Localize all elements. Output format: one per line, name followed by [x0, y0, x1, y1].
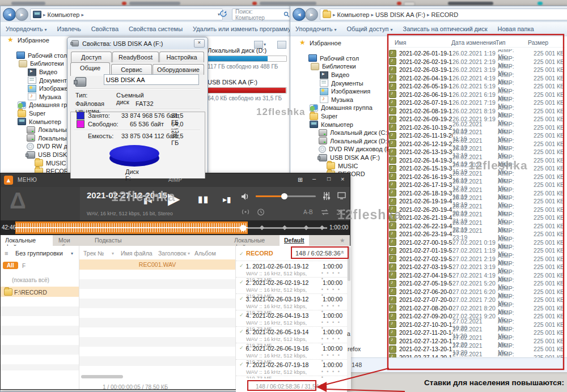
file-row[interactable]: 2021-02-26-03-19-1226.02.2021 3:19AIMP: …: [389, 66, 566, 74]
sidebar-item-1[interactable]: Рабочий стол: [2, 52, 67, 60]
tab-podcasts[interactable]: Подкасты: [90, 235, 124, 246]
drive-item-f[interactable]: USB DISK AA (F:) 64,0 КБ свободно из 31,…: [208, 79, 288, 101]
sidebar-item-11[interactable]: Локальный диск (D:): [294, 137, 389, 146]
next-track-icon[interactable]: ▸▮: [223, 195, 231, 204]
sidebar-item-2[interactable]: Библиотеки: [294, 62, 389, 71]
playlist-entry[interactable]: ✓8. 2021-02-26-08-19-191:00:00WAV :: 16 …: [236, 376, 347, 378]
file-row[interactable]: 2021-02-27-07-20-0427.02.2021 7:20AIMP: …: [389, 296, 566, 304]
shuffle-icon[interactable]: [336, 208, 345, 217]
filter-funnel-icon[interactable]: ▾: [112, 251, 114, 256]
forward-button[interactable]: ▸: [305, 8, 318, 21]
share-button[interactable]: Общий доступ ▾: [342, 25, 398, 32]
sidebar-item-11[interactable]: Локальный диск (D:): [2, 134, 67, 143]
volume-slider[interactable]: [256, 195, 316, 197]
file-row[interactable]: 2021-02-27-02-19-5327.02.2021 2:19AIMP: …: [389, 255, 566, 263]
file-row[interactable]: 2021-02-27-03-19-5527.02.2021 3:19AIMP: …: [389, 263, 566, 271]
column-type[interactable]: Тип: [496, 39, 506, 46]
file-row[interactable]: 2021-02-26-07-19-1826.02.2021 7:19AIMP: …: [389, 99, 566, 107]
file-row[interactable]: 2021-02-26-01-19-1226.02.2021 1:19AIMP: …: [389, 49, 566, 58]
tab-oborudovanie[interactable]: Оборудование: [153, 64, 204, 75]
close-icon[interactable]: ×: [341, 176, 344, 182]
seekbar-thumb[interactable]: [240, 225, 246, 231]
tab-nastroyka[interactable]: Настройка: [159, 52, 204, 62]
playlist-entry[interactable]: ✓5. 2021-02-26-05-19-141:00:00WAV :: 16 …: [236, 326, 347, 343]
group-letter[interactable]: F: [22, 263, 26, 269]
sidebar-item-3[interactable]: Видео: [294, 71, 389, 79]
sidebar-item-7[interactable]: Домашняя группа: [294, 104, 389, 112]
volume-icon[interactable]: [241, 193, 250, 202]
filter-funnel-icon[interactable]: ▾: [188, 251, 190, 256]
waveform-seekbar[interactable]: 42:46 1:00:00: [1, 220, 350, 235]
sidebar-item-5[interactable]: Изображения: [294, 87, 389, 96]
column-date[interactable]: Дата изменения: [451, 39, 496, 46]
forward-button[interactable]: ▸: [15, 8, 28, 21]
sidebar-item-3[interactable]: Видео: [2, 68, 67, 76]
group-all-badge[interactable]: All: [3, 262, 18, 269]
file-row[interactable]: 2021-02-27-05-19-5927.02.2021 5:20AIMP: …: [389, 279, 566, 288]
sidebar-item-10[interactable]: Локальный диск (C:): [2, 126, 67, 134]
playlist-name[interactable]: RECORD: [246, 250, 273, 257]
sidebar-item-14[interactable]: MUSIC: [294, 161, 389, 170]
file-row[interactable]: 2021-02-26-05-19-1426.02.2021 5:19AIMP: …: [389, 82, 566, 91]
grouping-selector[interactable]: Без группировки: [15, 250, 63, 257]
dialog-title-bar[interactable]: Свойства: USB DISK AA (F:) ×: [67, 37, 208, 49]
sidebar-item-8[interactable]: Super: [2, 109, 67, 118]
sidebar-item-13[interactable]: USB DISK AA (F:): [2, 151, 67, 159]
file-row[interactable]: 2021-02-26-04-19-1326.02.2021 4:19AIMP: …: [389, 74, 566, 83]
sidebar-item-5[interactable]: Изображения: [2, 84, 67, 93]
equalizer-icon[interactable]: [323, 191, 331, 202]
sidebar-item-4[interactable]: Документы: [294, 79, 389, 87]
file-row[interactable]: 2021-02-27-01-19-5127.02.2021 1:19AIMP: …: [389, 246, 566, 255]
address-field[interactable]: ▸ Компьютер ▸ USB DISK AA (F:) ▸ RECORD: [320, 8, 567, 20]
column-filename[interactable]: Имя файла: [121, 250, 153, 257]
organize-button[interactable]: Упорядочить ▾: [1, 25, 52, 32]
volume-name-input[interactable]: [104, 74, 199, 85]
column-track-number[interactable]: Трек №: [83, 250, 104, 257]
file-row[interactable]: 2021-02-26-06-19-1626.02.2021 6:19AIMP: …: [389, 91, 566, 99]
play-icon[interactable]: ▶: [168, 189, 180, 208]
pause-icon[interactable]: ▮▮: [198, 194, 209, 204]
show-all-link[interactable]: (показать всё): [12, 277, 49, 283]
playlist-scrollbar[interactable]: [347, 246, 351, 389]
sidebar-item-1[interactable]: Рабочий стол: [294, 54, 389, 63]
column-name[interactable]: Имя: [395, 39, 406, 46]
tab-dostup[interactable]: Доступ: [71, 52, 112, 62]
sidebar-item-12[interactable]: DVD RW дисковод (E:): [294, 145, 389, 154]
eject-button[interactable]: Извлечь: [52, 25, 86, 32]
uninstall-program-button[interactable]: Удалить или изменить программу: [188, 25, 296, 32]
tab-servis[interactable]: Сервис: [111, 64, 152, 75]
sidebar-item-9[interactable]: Компьютер: [294, 120, 389, 129]
new-folder-button[interactable]: Новая папка: [492, 25, 539, 32]
previous-track-icon[interactable]: ▮◂: [143, 196, 152, 205]
sidebar-item-0[interactable]: Избранное: [2, 36, 67, 45]
sidebar-item-6[interactable]: Музыка: [2, 93, 67, 101]
file-row[interactable]: 2021-02-26-23-19-4826.02.2021 23:19AIMP:…: [389, 230, 566, 238]
repeat-icon[interactable]: [320, 208, 329, 217]
grouping-dropdown-icon[interactable]: ▾: [71, 251, 73, 256]
tab-local-files[interactable]: Локальные файлы: [1, 235, 53, 246]
views-dropdown-icon[interactable]: ▾: [264, 42, 266, 47]
playlist-scrollbar-thumb[interactable]: [348, 247, 350, 281]
back-button[interactable]: ◂: [3, 8, 16, 21]
refresh-icon[interactable]: [219, 10, 227, 19]
back-button[interactable]: ◂: [293, 8, 306, 21]
maximize-icon[interactable]: □: [327, 176, 331, 182]
sidebar-item-6[interactable]: Музыка: [294, 96, 389, 104]
column-album[interactable]: Альбом: [194, 250, 216, 257]
ab-repeat-button[interactable]: A-B: [303, 209, 313, 215]
system-properties-button[interactable]: Свойства системы: [124, 25, 188, 32]
minimize-icon[interactable]: –: [312, 175, 316, 182]
tab-readyboost[interactable]: ReadyBoost: [112, 52, 159, 62]
tab-clouds[interactable]: Мои облака: [54, 235, 89, 246]
breadcrumb-record[interactable]: RECORD: [431, 11, 459, 18]
breadcrumb-usb[interactable]: USB DISK AA (F:): [375, 11, 425, 18]
sleep-timer-icon[interactable]: [257, 208, 265, 217]
properties-button[interactable]: Свойства: [86, 25, 124, 32]
sidebar-item-4[interactable]: Документы: [2, 76, 67, 84]
sidebar-item-12[interactable]: DVD RW дисковод (E:): [2, 142, 67, 151]
collapse-icon[interactable]: »: [339, 251, 345, 254]
file-row[interactable]: 2021-02-27-08-20-0627.02.2021 8:20AIMP: …: [389, 304, 566, 313]
burn-disc-button[interactable]: Записать на оптический диск: [398, 25, 493, 32]
broadcast-icon[interactable]: [241, 208, 250, 217]
playlist-entry[interactable]: ✓7. 2021-02-26-07-19-181:00:00WAV :: 16 …: [236, 359, 347, 376]
